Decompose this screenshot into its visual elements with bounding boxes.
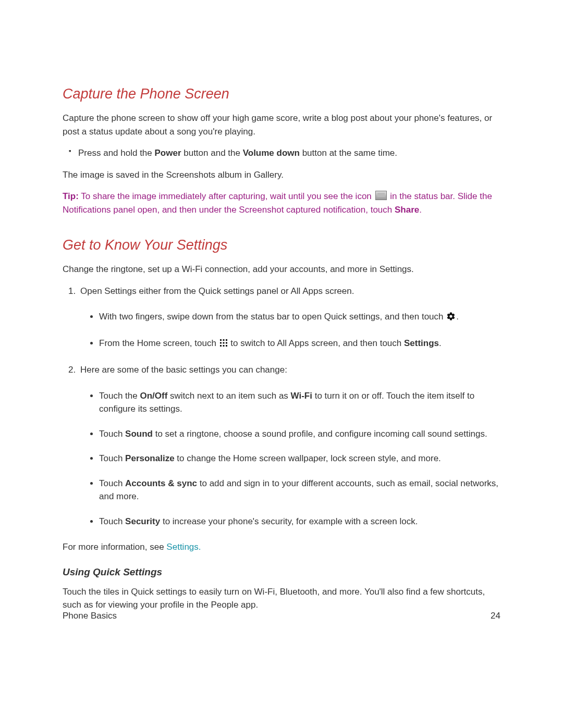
step1-text: Open Settings either from the Quick sett… <box>80 286 354 296</box>
security-label: Security <box>125 516 160 526</box>
screenshot-notification-icon <box>375 191 387 200</box>
svg-rect-0 <box>220 339 222 341</box>
text: From the Home screen, touch <box>99 338 219 348</box>
text: . <box>456 312 459 322</box>
step1-sublist: With two fingers, swipe down from the st… <box>80 310 500 351</box>
settings-intro: Change the ringtone, set up a Wi-Fi conn… <box>63 263 500 276</box>
settings-step-2: Here are some of the basic settings you … <box>78 363 500 528</box>
text: . <box>439 338 442 348</box>
document-page: Capture the Phone Screen Capture the pho… <box>0 0 563 612</box>
text: Touch the <box>99 391 140 401</box>
settings-steps: Open Settings either from the Quick sett… <box>63 285 500 528</box>
step2-sub1: Touch the On/Off switch next to an item … <box>99 389 500 416</box>
text: to increase your phone's security, for e… <box>160 516 418 526</box>
text: to switch to All Apps screen, and then t… <box>228 338 404 348</box>
text: Touch <box>99 516 125 526</box>
tip-label: Tip: <box>63 191 79 201</box>
page-footer: Phone Basics 24 <box>63 611 500 621</box>
footer-page-number: 24 <box>491 611 500 621</box>
svg-rect-1 <box>223 339 224 341</box>
step2-sublist: Touch the On/Off switch next to an item … <box>80 389 500 528</box>
personalize-label: Personalize <box>125 453 175 463</box>
step1-sub2: From the Home screen, touch to switch to… <box>99 337 500 351</box>
svg-rect-2 <box>226 339 227 341</box>
svg-rect-4 <box>223 342 224 343</box>
more-info: For more information, see Settings. <box>63 540 500 554</box>
text: With two fingers, swipe down from the st… <box>99 312 446 322</box>
gear-icon <box>446 312 456 325</box>
all-apps-icon <box>219 338 228 351</box>
text: Touch <box>99 453 125 463</box>
tip-text-1: To share the image immediately after cap… <box>79 191 374 201</box>
text: button at the same time. <box>300 148 397 158</box>
capture-steps-list: Press and hold the Power button and the … <box>63 146 500 160</box>
capture-saved-note: The image is saved in the Screenshots al… <box>63 168 500 182</box>
text: to set a ringtone, choose a sound profil… <box>153 429 487 439</box>
settings-label: Settings <box>404 338 439 348</box>
tip-block: Tip: To share the image immediately afte… <box>63 190 500 216</box>
heading-settings: Get to Know Your Settings <box>63 237 500 253</box>
step2-sub4: Touch Accounts & sync to add and sign in… <box>99 477 500 503</box>
accounts-sync-label: Accounts & sync <box>125 478 197 488</box>
volume-down-label: Volume down <box>243 148 300 158</box>
more-info-pre: For more information, see <box>63 542 166 552</box>
svg-rect-5 <box>226 342 227 343</box>
capture-intro: Capture the phone screen to show off you… <box>63 112 500 138</box>
step2-sub5: Touch Security to increase your phone's … <box>99 515 500 528</box>
sound-label: Sound <box>125 429 153 439</box>
text: to change the Home screen wallpaper, loc… <box>175 453 441 463</box>
step2-sub2: Touch Sound to set a ringtone, choose a … <box>99 427 500 441</box>
settings-step-1: Open Settings either from the Quick sett… <box>78 285 500 351</box>
footer-section-name: Phone Basics <box>63 611 117 621</box>
text: switch next to an item such as <box>167 391 290 401</box>
step2-text: Here are some of the basic settings you … <box>80 365 287 375</box>
on-off-label: On/Off <box>140 391 167 401</box>
svg-rect-7 <box>223 345 224 347</box>
power-label: Power <box>154 148 181 158</box>
quick-settings-body: Touch the tiles in Quick settings to eas… <box>63 585 500 612</box>
svg-rect-8 <box>226 345 227 347</box>
text: button and the <box>181 148 243 158</box>
heading-capture-screen: Capture the Phone Screen <box>63 86 500 102</box>
share-label: Share <box>395 205 419 215</box>
step2-sub3: Touch Personalize to change the Home scr… <box>99 452 500 465</box>
text: Touch <box>99 429 125 439</box>
svg-rect-3 <box>220 342 222 343</box>
tip-end: . <box>419 205 422 215</box>
text: Touch <box>99 478 125 488</box>
svg-rect-6 <box>220 345 222 347</box>
text: Press and hold the <box>78 148 154 158</box>
subheading-quick-settings: Using Quick Settings <box>63 566 500 578</box>
capture-step: Press and hold the Power button and the … <box>78 146 500 160</box>
wifi-label: Wi-Fi <box>291 391 312 401</box>
step1-sub1: With two fingers, swipe down from the st… <box>99 310 500 325</box>
settings-link[interactable]: Settings. <box>166 542 201 552</box>
